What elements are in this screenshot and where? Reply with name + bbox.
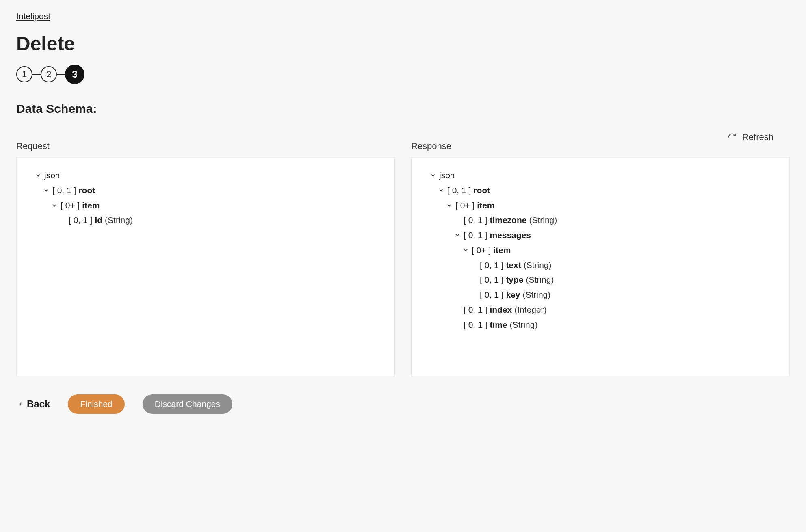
- chevron-down-icon[interactable]: [35, 173, 42, 178]
- tree-row[interactable]: [ 0+ ] item: [51, 198, 385, 213]
- tree-row[interactable]: [ 0+ ] item: [446, 198, 780, 213]
- tree-node-label: json: [439, 168, 455, 183]
- page-title: Delete: [16, 32, 790, 55]
- tree-node-name: key: [506, 288, 520, 303]
- tree-mult: [ 0, 1 ]: [464, 228, 487, 243]
- chevron-down-icon[interactable]: [438, 188, 445, 193]
- chevron-down-icon[interactable]: [429, 173, 437, 178]
- tree-mult: [ 0+ ]: [472, 243, 491, 258]
- tree-row[interactable]: [ 0, 1 ] timezone (String): [454, 213, 780, 228]
- tree-row[interactable]: [ 0, 1 ] root: [43, 183, 385, 198]
- tree-row[interactable]: [ 0+ ] item: [462, 243, 780, 258]
- tree-node-type: (String): [526, 272, 554, 288]
- tree-row[interactable]: json: [429, 168, 780, 183]
- chevron-down-icon[interactable]: [43, 188, 50, 193]
- tree-mult: [ 0+ ]: [61, 198, 80, 213]
- chevron-down-icon[interactable]: [454, 232, 461, 238]
- tree-row[interactable]: [ 0, 1 ] id (String): [59, 213, 385, 228]
- chevron-down-icon[interactable]: [51, 203, 58, 208]
- response-label: Response: [411, 141, 790, 151]
- tree-mult: [ 0, 1 ]: [480, 258, 503, 273]
- stepper: 1 2 3: [16, 65, 790, 84]
- chevron-down-icon[interactable]: [462, 247, 469, 253]
- chevron-down-icon[interactable]: [446, 203, 453, 208]
- tree-node-name: item: [493, 243, 511, 258]
- tree-mult: [ 0, 1 ]: [464, 303, 487, 318]
- step-3[interactable]: 3: [65, 65, 84, 84]
- step-connector: [32, 74, 41, 75]
- tree-node-name: timezone: [490, 213, 526, 228]
- section-heading: Data Schema:: [16, 102, 790, 116]
- tree-node-name: root: [473, 183, 490, 198]
- back-button[interactable]: Back: [16, 398, 52, 410]
- request-label: Request: [16, 141, 395, 151]
- tree-node-name: text: [506, 258, 521, 273]
- tree-node-type: (Integer): [514, 303, 546, 318]
- tree-node-type: (String): [105, 213, 133, 228]
- tree-node-name: item: [477, 198, 494, 213]
- back-label: Back: [27, 398, 50, 410]
- tree-mult: [ 0+ ]: [455, 198, 474, 213]
- finished-button[interactable]: Finished: [68, 394, 124, 414]
- tree-mult: [ 0, 1 ]: [464, 318, 487, 333]
- response-panel: json [ 0, 1 ] root: [411, 157, 790, 376]
- tree-row[interactable]: json: [35, 168, 385, 183]
- step-connector: [57, 74, 65, 75]
- tree-row[interactable]: [ 0, 1 ] type (String): [470, 272, 780, 288]
- request-panel: json [ 0, 1 ] root: [16, 157, 395, 376]
- tree-node-name: time: [490, 318, 507, 333]
- tree-node-name: index: [490, 303, 512, 318]
- tree-node-name: type: [506, 272, 523, 288]
- tree-mult: [ 0, 1 ]: [480, 288, 503, 303]
- tree-mult: [ 0, 1 ]: [69, 213, 92, 228]
- step-2[interactable]: 2: [41, 66, 57, 82]
- tree-mult: [ 0, 1 ]: [52, 183, 76, 198]
- tree-row[interactable]: [ 0, 1 ] root: [438, 183, 780, 198]
- tree-node-type: (String): [529, 213, 557, 228]
- tree-mult: [ 0, 1 ]: [447, 183, 471, 198]
- tree-row[interactable]: [ 0, 1 ] text (String): [470, 258, 780, 273]
- tree-row[interactable]: [ 0, 1 ] index (Integer): [454, 303, 780, 318]
- tree-node-name: item: [82, 198, 100, 213]
- tree-node-name: id: [95, 213, 102, 228]
- tree-node-type: (String): [510, 318, 538, 333]
- tree-node-type: (String): [522, 288, 550, 303]
- tree-node-type: (String): [524, 258, 552, 273]
- step-1[interactable]: 1: [16, 66, 32, 82]
- tree-row[interactable]: [ 0, 1 ] time (String): [454, 318, 780, 333]
- tree-node-name: messages: [490, 228, 531, 243]
- tree-row[interactable]: [ 0, 1 ] messages: [454, 228, 780, 243]
- tree-row[interactable]: [ 0, 1 ] key (String): [470, 288, 780, 303]
- chevron-left-icon: [18, 398, 23, 410]
- refresh-icon: [728, 133, 737, 142]
- tree-node-name: root: [78, 183, 95, 198]
- tree-mult: [ 0, 1 ]: [480, 272, 503, 288]
- tree-mult: [ 0, 1 ]: [464, 213, 487, 228]
- breadcrumb-link[interactable]: Intelipost: [16, 11, 50, 21]
- discard-button[interactable]: Discard Changes: [143, 394, 232, 414]
- tree-node-label: json: [44, 168, 60, 183]
